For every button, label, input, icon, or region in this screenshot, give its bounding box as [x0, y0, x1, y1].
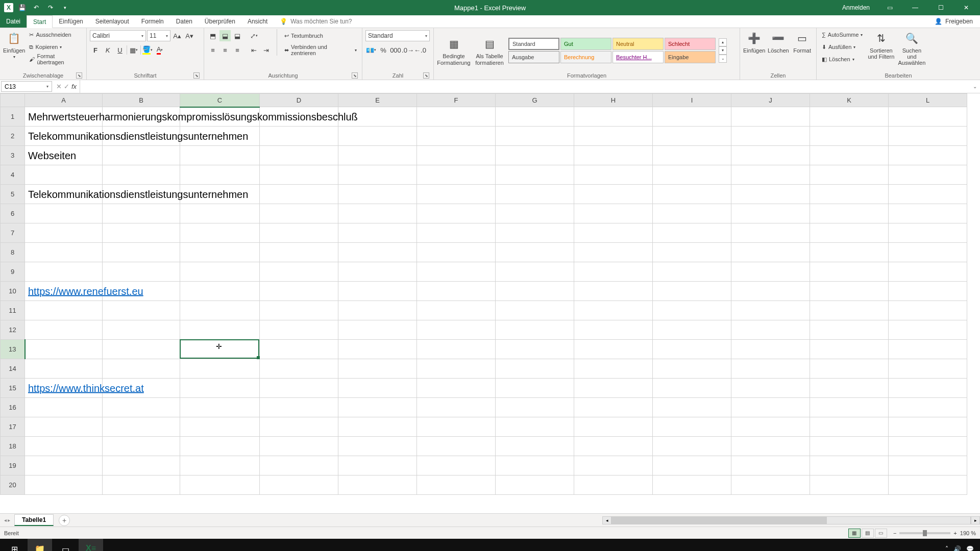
cell[interactable] [731, 127, 810, 146]
row-header[interactable]: 5 [1, 185, 25, 204]
cell[interactable] [496, 204, 574, 223]
cell[interactable] [417, 340, 496, 359]
row-header[interactable]: 13 [1, 340, 25, 359]
cell[interactable] [260, 456, 338, 475]
cell[interactable] [889, 282, 967, 301]
cell[interactable] [417, 456, 496, 475]
wrap-text-button[interactable]: ↩Textumbruch [282, 30, 359, 41]
cell[interactable] [260, 165, 338, 185]
cell[interactable] [103, 359, 180, 379]
cell[interactable] [653, 398, 731, 417]
cell[interactable] [103, 475, 180, 495]
format-as-table-button[interactable]: ▤ Als Tabelle formatieren [473, 35, 506, 65]
expand-formula-bar-icon[interactable]: ⌄ [970, 80, 980, 93]
cell[interactable] [653, 127, 731, 146]
column-header[interactable]: A [25, 94, 103, 107]
cell[interactable] [496, 379, 574, 398]
cell[interactable] [574, 127, 653, 146]
cell[interactable]: Telekommunikationsdienstleistungsunterne… [25, 185, 103, 204]
cell[interactable] [653, 204, 731, 223]
cell[interactable] [496, 359, 574, 379]
fill-color-icon[interactable]: 🪣▾ [142, 44, 153, 56]
cell[interactable] [731, 282, 810, 301]
cell[interactable] [180, 340, 260, 359]
cell[interactable]: https://www.thinksecret.at [25, 379, 103, 398]
tab-page-layout[interactable]: Seitenlayout [89, 15, 135, 28]
cell[interactable] [25, 165, 103, 185]
cell[interactable] [103, 282, 180, 301]
notifications-icon[interactable]: 💬 [966, 545, 974, 551]
add-sheet-icon[interactable]: + [59, 515, 70, 526]
scroll-right-icon[interactable]: ▸ [971, 516, 980, 524]
cell[interactable] [417, 107, 496, 127]
zoom-slider[interactable] [899, 532, 950, 534]
cell[interactable] [260, 359, 338, 379]
cell[interactable] [417, 437, 496, 456]
page-break-view-icon[interactable]: ▭ [875, 529, 887, 538]
file-explorer-icon[interactable]: 📁 [28, 539, 52, 551]
cell[interactable] [25, 204, 103, 223]
tray-up-icon[interactable]: ˄ [945, 545, 948, 551]
cell[interactable] [889, 127, 967, 146]
cell[interactable] [417, 417, 496, 437]
cell[interactable] [810, 107, 889, 127]
cell[interactable] [810, 223, 889, 243]
cell[interactable] [496, 417, 574, 437]
cell[interactable] [417, 127, 496, 146]
cell[interactable] [731, 379, 810, 398]
cell[interactable] [889, 475, 967, 495]
row-header[interactable]: 10 [1, 282, 25, 301]
cell[interactable] [810, 417, 889, 437]
cell[interactable] [103, 204, 180, 223]
font-size-combo[interactable]: 11▾ [147, 30, 170, 41]
cell[interactable] [496, 146, 574, 165]
cell[interactable] [731, 204, 810, 223]
cell[interactable] [731, 146, 810, 165]
cell[interactable] [810, 127, 889, 146]
style-schlecht[interactable]: Schlecht [665, 38, 716, 50]
cell[interactable] [103, 146, 180, 165]
align-left-icon[interactable]: ≡ [207, 44, 218, 56]
merge-center-button[interactable]: ⬌Verbinden und zentrieren▾ [282, 44, 359, 56]
cell[interactable] [338, 223, 417, 243]
find-select-button[interactable]: 🔍Suchen und Auswählen [897, 29, 926, 66]
tab-formulas[interactable]: Formeln [135, 15, 170, 28]
cell[interactable] [260, 185, 338, 204]
cell[interactable] [496, 107, 574, 127]
cell[interactable] [574, 379, 653, 398]
sheet-tab[interactable]: Tabelle1 [14, 514, 54, 526]
cell[interactable] [574, 107, 653, 127]
cell[interactable] [653, 107, 731, 127]
cell[interactable] [810, 146, 889, 165]
cell[interactable] [180, 204, 260, 223]
maximize-icon[interactable]: ☐ [929, 0, 952, 15]
cell[interactable] [25, 359, 103, 379]
cell[interactable] [25, 262, 103, 282]
cell[interactable] [417, 475, 496, 495]
cell[interactable] [653, 223, 731, 243]
cell[interactable] [180, 262, 260, 282]
cell[interactable] [574, 320, 653, 340]
cell[interactable] [103, 340, 180, 359]
cell[interactable] [180, 243, 260, 262]
gallery-more-icon[interactable]: ⌄ [719, 55, 727, 63]
tab-file[interactable]: Datei [0, 15, 27, 28]
cell[interactable] [810, 475, 889, 495]
start-button-icon[interactable]: ⊞ [2, 539, 27, 551]
increase-decimal-icon[interactable]: .0→ [402, 44, 413, 56]
cell[interactable] [25, 437, 103, 456]
zoom-level[interactable]: 190 % [960, 530, 976, 536]
cell[interactable] [889, 223, 967, 243]
cell[interactable] [103, 243, 180, 262]
row-header[interactable]: 15 [1, 379, 25, 398]
cell[interactable] [574, 398, 653, 417]
cell[interactable] [496, 320, 574, 340]
cell[interactable] [496, 282, 574, 301]
cell[interactable] [496, 398, 574, 417]
style-berechnung[interactable]: Berechnung [560, 51, 611, 63]
cell[interactable] [338, 340, 417, 359]
cell[interactable] [731, 165, 810, 185]
style-gut[interactable]: Gut [560, 38, 611, 50]
cell[interactable] [103, 398, 180, 417]
row-header[interactable]: 14 [1, 359, 25, 379]
